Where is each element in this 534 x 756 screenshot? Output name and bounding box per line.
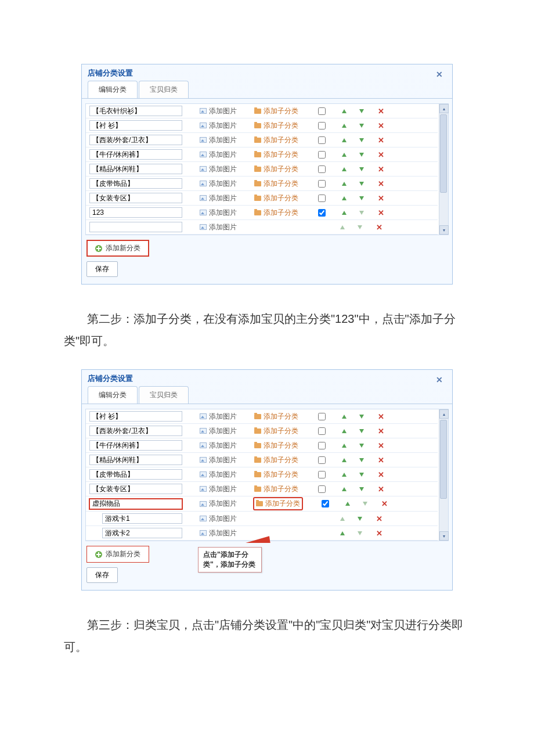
add-image-button[interactable]: 添加图片 bbox=[200, 179, 237, 189]
delete-icon[interactable]: ✕ bbox=[378, 194, 384, 203]
move-up-icon[interactable] bbox=[342, 196, 347, 200]
move-up-icon[interactable] bbox=[342, 415, 347, 419]
scroll-up-icon[interactable]: ▴ bbox=[439, 104, 449, 113]
delete-icon[interactable]: ✕ bbox=[381, 499, 388, 508]
category-name-input[interactable] bbox=[89, 135, 182, 145]
category-name-input[interactable] bbox=[89, 178, 182, 189]
move-down-icon[interactable] bbox=[359, 487, 364, 491]
add-subcategory-button[interactable]: 添加子分类 bbox=[254, 179, 298, 189]
add-subcategory-button[interactable]: 添加子分类 bbox=[254, 164, 298, 174]
move-up-icon[interactable] bbox=[342, 473, 347, 477]
delete-icon[interactable]: ✕ bbox=[376, 514, 383, 523]
add-image-button[interactable]: 添加图片 bbox=[200, 528, 237, 538]
move-up-icon[interactable] bbox=[342, 124, 347, 128]
category-name-input[interactable] bbox=[89, 193, 182, 203]
delete-icon[interactable]: ✕ bbox=[378, 485, 384, 494]
move-down-icon[interactable] bbox=[363, 502, 367, 506]
delete-icon[interactable]: ✕ bbox=[378, 412, 384, 421]
delete-icon[interactable]: ✕ bbox=[376, 223, 383, 232]
move-down-icon[interactable] bbox=[359, 415, 364, 419]
category-name-input[interactable] bbox=[89, 207, 182, 218]
add-subcategory-button[interactable]: 添加子分类 bbox=[254, 106, 298, 116]
add-subcategory-button[interactable]: 添加子分类 bbox=[254, 412, 298, 422]
move-down-icon[interactable] bbox=[359, 211, 364, 215]
move-down-icon[interactable] bbox=[359, 473, 364, 477]
scroll-thumb[interactable] bbox=[440, 420, 447, 499]
tab-classify-items[interactable]: 宝贝归类 bbox=[139, 81, 189, 98]
category-checkbox[interactable] bbox=[318, 195, 326, 202]
category-checkbox[interactable] bbox=[318, 122, 326, 129]
add-subcategory-button[interactable]: 添加子分类 bbox=[254, 150, 298, 160]
add-subcategory-button[interactable]: 添加子分类 bbox=[254, 484, 298, 494]
move-up-icon[interactable] bbox=[342, 444, 347, 448]
add-subcategory-button[interactable]: 添加子分类 bbox=[254, 193, 298, 203]
category-name-input[interactable] bbox=[102, 513, 182, 524]
add-new-category-button[interactable]: 添加新分类 bbox=[86, 240, 149, 257]
tab-classify-items[interactable]: 宝贝归类 bbox=[139, 386, 189, 404]
add-image-button[interactable]: 添加图片 bbox=[200, 412, 237, 422]
category-checkbox[interactable] bbox=[318, 209, 326, 217]
move-up-icon[interactable] bbox=[340, 517, 345, 521]
category-name-input[interactable] bbox=[89, 484, 182, 494]
category-checkbox[interactable] bbox=[318, 107, 326, 115]
move-up-icon[interactable] bbox=[342, 211, 347, 215]
category-checkbox[interactable] bbox=[318, 427, 326, 435]
close-icon[interactable]: ✕ bbox=[432, 375, 446, 384]
category-checkbox[interactable] bbox=[318, 180, 326, 188]
move-up-icon[interactable] bbox=[342, 138, 347, 142]
delete-icon[interactable]: ✕ bbox=[378, 136, 384, 145]
move-down-icon[interactable] bbox=[358, 225, 362, 229]
add-image-button[interactable]: 添加图片 bbox=[200, 426, 237, 436]
move-up-icon[interactable] bbox=[342, 109, 347, 113]
delete-icon[interactable]: ✕ bbox=[378, 107, 384, 116]
move-up-icon[interactable] bbox=[342, 458, 347, 462]
scroll-down-icon[interactable]: ▾ bbox=[439, 225, 449, 235]
category-checkbox[interactable] bbox=[318, 485, 326, 493]
category-name-input[interactable] bbox=[102, 528, 182, 538]
add-subcategory-button[interactable]: 添加子分类 bbox=[254, 441, 298, 451]
move-down-icon[interactable] bbox=[359, 458, 364, 462]
save-button[interactable]: 保存 bbox=[86, 567, 118, 583]
category-name-input[interactable] bbox=[89, 120, 182, 131]
scrollbar[interactable]: ▴ ▾ bbox=[439, 409, 448, 541]
category-checkbox[interactable] bbox=[318, 151, 326, 159]
move-up-icon[interactable] bbox=[342, 167, 347, 171]
add-subcategory-button[interactable]: 添加子分类 bbox=[254, 208, 298, 218]
tab-edit-category[interactable]: 编辑分类 bbox=[88, 81, 138, 98]
move-down-icon[interactable] bbox=[359, 196, 364, 200]
add-subcategory-button[interactable]: 添加子分类 bbox=[254, 455, 298, 465]
add-image-button[interactable]: 添加图片 bbox=[200, 455, 237, 465]
scrollbar[interactable]: ▴ ▾ bbox=[439, 104, 448, 235]
category-name-input[interactable] bbox=[89, 149, 182, 160]
delete-icon[interactable]: ✕ bbox=[378, 427, 384, 435]
category-name-input[interactable] bbox=[89, 411, 182, 422]
move-down-icon[interactable] bbox=[359, 182, 364, 186]
category-checkbox[interactable] bbox=[318, 471, 326, 478]
add-image-button[interactable]: 添加图片 bbox=[200, 135, 237, 145]
category-name-input[interactable] bbox=[89, 106, 182, 116]
move-down-icon[interactable] bbox=[359, 167, 364, 171]
add-subcategory-button[interactable]: 添加子分类 bbox=[254, 121, 298, 131]
move-up-icon[interactable] bbox=[340, 531, 345, 535]
add-subcategory-button[interactable]: 添加子分类 bbox=[254, 135, 298, 145]
delete-icon[interactable]: ✕ bbox=[378, 179, 384, 188]
category-checkbox[interactable] bbox=[318, 413, 326, 420]
category-name-input[interactable] bbox=[89, 469, 182, 480]
move-down-icon[interactable] bbox=[359, 153, 364, 157]
category-checkbox[interactable] bbox=[318, 442, 326, 449]
move-down-icon[interactable] bbox=[359, 138, 364, 142]
delete-icon[interactable]: ✕ bbox=[378, 150, 384, 159]
add-image-button[interactable]: 添加图片 bbox=[200, 121, 237, 131]
move-down-icon[interactable] bbox=[358, 517, 362, 521]
delete-icon[interactable]: ✕ bbox=[376, 529, 383, 538]
category-name-input[interactable] bbox=[89, 499, 182, 509]
delete-icon[interactable]: ✕ bbox=[378, 456, 384, 465]
add-image-button[interactable]: 添加图片 bbox=[200, 484, 237, 494]
move-down-icon[interactable] bbox=[359, 109, 364, 113]
move-up-icon[interactable] bbox=[342, 182, 347, 186]
move-down-icon[interactable] bbox=[358, 531, 362, 535]
move-up-icon[interactable] bbox=[340, 225, 345, 229]
move-up-icon[interactable] bbox=[342, 429, 347, 433]
category-checkbox[interactable] bbox=[322, 500, 329, 507]
move-down-icon[interactable] bbox=[359, 429, 364, 433]
